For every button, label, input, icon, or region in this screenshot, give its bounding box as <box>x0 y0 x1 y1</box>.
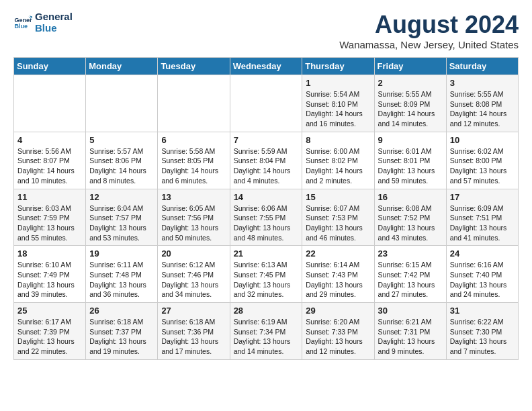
day-detail: Sunrise: 6:21 AM Sunset: 7:31 PM Dayligh… <box>378 317 443 357</box>
day-number: 11 <box>17 192 82 202</box>
logo-line2: Blue <box>35 22 73 34</box>
calendar-cell: 28Sunrise: 6:19 AM Sunset: 7:34 PM Dayli… <box>230 303 302 360</box>
day-detail: Sunrise: 6:01 AM Sunset: 8:01 PM Dayligh… <box>378 146 443 186</box>
calendar-week-row: 1Sunrise: 5:54 AM Sunset: 8:10 PM Daylig… <box>14 75 519 132</box>
weekday-header: Saturday <box>446 58 518 75</box>
calendar-table: SundayMondayTuesdayWednesdayThursdayFrid… <box>13 57 519 360</box>
calendar-cell: 26Sunrise: 6:18 AM Sunset: 7:37 PM Dayli… <box>86 303 158 360</box>
day-detail: Sunrise: 6:06 AM Sunset: 7:55 PM Dayligh… <box>234 203 299 243</box>
calendar-cell: 30Sunrise: 6:21 AM Sunset: 7:31 PM Dayli… <box>374 303 446 360</box>
day-number: 31 <box>450 306 515 316</box>
logo-icon: General Blue <box>13 13 32 32</box>
day-detail: Sunrise: 5:55 AM Sunset: 8:09 PM Dayligh… <box>378 89 443 129</box>
weekday-header: Friday <box>374 58 446 75</box>
day-detail: Sunrise: 5:55 AM Sunset: 8:08 PM Dayligh… <box>450 89 515 129</box>
location: Wanamassa, New Jersey, United States <box>339 39 519 50</box>
day-detail: Sunrise: 6:22 AM Sunset: 7:30 PM Dayligh… <box>450 317 515 357</box>
calendar-cell <box>230 75 302 132</box>
page-header: General Blue General Blue August 2024 Wa… <box>13 11 519 50</box>
calendar-cell: 18Sunrise: 6:10 AM Sunset: 7:49 PM Dayli… <box>14 246 86 303</box>
calendar-cell: 31Sunrise: 6:22 AM Sunset: 7:30 PM Dayli… <box>446 303 518 360</box>
calendar-cell: 21Sunrise: 6:13 AM Sunset: 7:45 PM Dayli… <box>230 246 302 303</box>
calendar-cell: 19Sunrise: 6:11 AM Sunset: 7:48 PM Dayli… <box>86 246 158 303</box>
day-number: 3 <box>450 78 515 88</box>
logo: General Blue General Blue <box>13 11 73 34</box>
day-detail: Sunrise: 6:12 AM Sunset: 7:46 PM Dayligh… <box>161 260 226 300</box>
month-year: August 2024 <box>339 11 519 39</box>
day-number: 29 <box>306 306 370 316</box>
calendar-week-row: 25Sunrise: 6:17 AM Sunset: 7:39 PM Dayli… <box>14 303 519 360</box>
weekday-header: Tuesday <box>158 58 230 75</box>
day-detail: Sunrise: 6:18 AM Sunset: 7:37 PM Dayligh… <box>89 317 154 357</box>
day-detail: Sunrise: 6:14 AM Sunset: 7:43 PM Dayligh… <box>306 260 370 300</box>
calendar-cell: 15Sunrise: 6:07 AM Sunset: 7:53 PM Dayli… <box>302 189 374 246</box>
calendar-cell: 9Sunrise: 6:01 AM Sunset: 8:01 PM Daylig… <box>374 132 446 189</box>
day-detail: Sunrise: 6:04 AM Sunset: 7:57 PM Dayligh… <box>89 203 154 243</box>
day-number: 20 <box>161 248 226 259</box>
day-detail: Sunrise: 6:03 AM Sunset: 7:59 PM Dayligh… <box>17 203 82 243</box>
weekday-header: Thursday <box>302 58 374 75</box>
day-number: 27 <box>161 306 226 316</box>
calendar-header-row: SundayMondayTuesdayWednesdayThursdayFrid… <box>14 58 519 75</box>
day-number: 2 <box>378 78 443 88</box>
day-number: 12 <box>89 192 154 202</box>
title-block: August 2024 Wanamassa, New Jersey, Unite… <box>339 11 519 50</box>
day-detail: Sunrise: 5:56 AM Sunset: 8:07 PM Dayligh… <box>17 146 82 186</box>
calendar-cell: 29Sunrise: 6:20 AM Sunset: 7:33 PM Dayli… <box>302 303 374 360</box>
day-number: 5 <box>89 135 154 145</box>
day-number: 9 <box>378 135 443 145</box>
day-detail: Sunrise: 6:08 AM Sunset: 7:52 PM Dayligh… <box>378 203 443 243</box>
day-detail: Sunrise: 6:13 AM Sunset: 7:45 PM Dayligh… <box>234 260 299 300</box>
day-number: 4 <box>17 135 82 145</box>
day-detail: Sunrise: 6:16 AM Sunset: 7:40 PM Dayligh… <box>450 260 515 300</box>
calendar-cell: 7Sunrise: 5:59 AM Sunset: 8:04 PM Daylig… <box>230 132 302 189</box>
calendar-cell: 10Sunrise: 6:02 AM Sunset: 8:00 PM Dayli… <box>446 132 518 189</box>
calendar-cell <box>158 75 230 132</box>
calendar-cell: 5Sunrise: 5:57 AM Sunset: 8:06 PM Daylig… <box>86 132 158 189</box>
calendar-cell: 3Sunrise: 5:55 AM Sunset: 8:08 PM Daylig… <box>446 75 518 132</box>
day-number: 26 <box>89 306 154 316</box>
day-detail: Sunrise: 6:17 AM Sunset: 7:39 PM Dayligh… <box>17 317 82 357</box>
day-number: 22 <box>306 248 370 259</box>
day-number: 7 <box>234 135 299 145</box>
day-detail: Sunrise: 6:07 AM Sunset: 7:53 PM Dayligh… <box>306 203 370 243</box>
day-detail: Sunrise: 6:02 AM Sunset: 8:00 PM Dayligh… <box>450 146 515 186</box>
day-detail: Sunrise: 5:54 AM Sunset: 8:10 PM Dayligh… <box>306 89 370 129</box>
day-number: 8 <box>306 135 370 145</box>
calendar-cell <box>14 75 86 132</box>
day-number: 1 <box>306 78 370 88</box>
day-number: 19 <box>89 248 154 259</box>
calendar-cell: 13Sunrise: 6:05 AM Sunset: 7:56 PM Dayli… <box>158 189 230 246</box>
day-detail: Sunrise: 5:57 AM Sunset: 8:06 PM Dayligh… <box>89 146 154 186</box>
calendar-cell: 20Sunrise: 6:12 AM Sunset: 7:46 PM Dayli… <box>158 246 230 303</box>
calendar-cell: 2Sunrise: 5:55 AM Sunset: 8:09 PM Daylig… <box>374 75 446 132</box>
day-detail: Sunrise: 6:19 AM Sunset: 7:34 PM Dayligh… <box>234 317 299 357</box>
logo-line1: General <box>35 11 73 22</box>
day-detail: Sunrise: 6:11 AM Sunset: 7:48 PM Dayligh… <box>89 260 154 300</box>
day-number: 10 <box>450 135 515 145</box>
day-number: 28 <box>234 306 299 316</box>
weekday-header: Monday <box>86 58 158 75</box>
day-number: 21 <box>234 248 299 259</box>
day-detail: Sunrise: 6:20 AM Sunset: 7:33 PM Dayligh… <box>306 317 370 357</box>
calendar-cell: 23Sunrise: 6:15 AM Sunset: 7:42 PM Dayli… <box>374 246 446 303</box>
calendar-week-row: 18Sunrise: 6:10 AM Sunset: 7:49 PM Dayli… <box>14 246 519 303</box>
day-number: 25 <box>17 306 82 316</box>
day-detail: Sunrise: 5:58 AM Sunset: 8:05 PM Dayligh… <box>161 146 226 186</box>
weekday-header: Sunday <box>14 58 86 75</box>
calendar-cell <box>86 75 158 132</box>
calendar-cell: 16Sunrise: 6:08 AM Sunset: 7:52 PM Dayli… <box>374 189 446 246</box>
day-number: 15 <box>306 192 370 202</box>
day-number: 24 <box>450 248 515 259</box>
calendar-week-row: 11Sunrise: 6:03 AM Sunset: 7:59 PM Dayli… <box>14 189 519 246</box>
day-number: 18 <box>17 248 82 259</box>
calendar-cell: 14Sunrise: 6:06 AM Sunset: 7:55 PM Dayli… <box>230 189 302 246</box>
calendar-cell: 17Sunrise: 6:09 AM Sunset: 7:51 PM Dayli… <box>446 189 518 246</box>
day-detail: Sunrise: 6:18 AM Sunset: 7:36 PM Dayligh… <box>161 317 226 357</box>
day-number: 14 <box>234 192 299 202</box>
calendar-cell: 4Sunrise: 5:56 AM Sunset: 8:07 PM Daylig… <box>14 132 86 189</box>
day-detail: Sunrise: 6:15 AM Sunset: 7:42 PM Dayligh… <box>378 260 443 300</box>
calendar-cell: 11Sunrise: 6:03 AM Sunset: 7:59 PM Dayli… <box>14 189 86 246</box>
calendar-cell: 12Sunrise: 6:04 AM Sunset: 7:57 PM Dayli… <box>86 189 158 246</box>
day-detail: Sunrise: 6:05 AM Sunset: 7:56 PM Dayligh… <box>161 203 226 243</box>
